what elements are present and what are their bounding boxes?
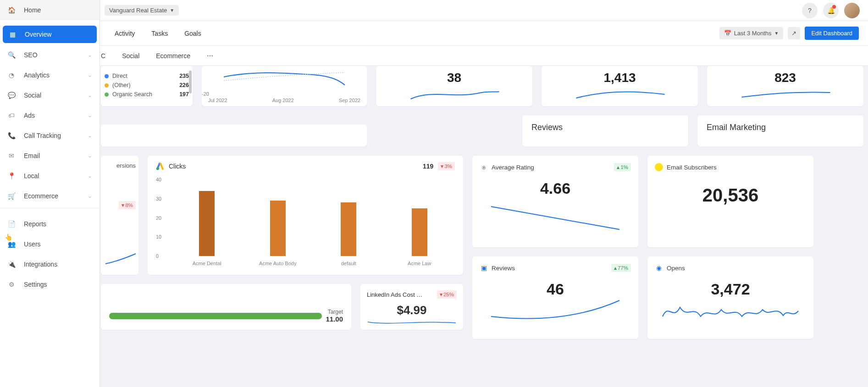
- sidebar-item-ads[interactable]: 🏷 Ads ⌄: [0, 105, 100, 125]
- linkedin-cost-card: LinkedIn Ads Cost Per Co... ▾ 25% $4.99: [360, 284, 463, 330]
- legend-value: 197: [179, 91, 189, 98]
- legend-item: Organic Search 197: [105, 90, 189, 99]
- rating-sparkline: [480, 202, 631, 234]
- date-range-button[interactable]: 📅 Last 3 Months ▼: [719, 27, 784, 39]
- sidebar-item-local[interactable]: 📍 Local ⌄: [0, 166, 100, 186]
- email-section-header: Email Marketing: [697, 115, 863, 147]
- legend-item: Direct 235: [105, 71, 189, 81]
- sidebar-item-integrations[interactable]: 🔌 Integrations: [0, 254, 100, 274]
- x-tick: Sep 2022: [339, 98, 360, 103]
- tab-goals[interactable]: Goals: [184, 30, 201, 37]
- legend-item: (Other) 226: [105, 81, 189, 90]
- sidebar-label: Home: [24, 6, 41, 14]
- stat-card-2: 1,413: [542, 66, 698, 106]
- target-label: Target: [326, 309, 343, 315]
- tab-ecommerce[interactable]: Ecommerce: [156, 52, 190, 60]
- stat-sparkline: [714, 85, 856, 102]
- google-ads-icon: [156, 162, 164, 170]
- sidebar: 🏠 Home ▦ Overview 🔍 SEO ⌄ ◔ Analytics ⌄ …: [0, 0, 100, 348]
- sidebar-item-social[interactable]: 💬 Social ⌄: [0, 85, 100, 105]
- tab-activity[interactable]: Activity: [115, 30, 135, 37]
- help-button[interactable]: ?: [802, 3, 818, 18]
- tab-social[interactable]: Social: [122, 52, 139, 60]
- y-min-label: -20: [202, 91, 209, 97]
- x-tick: Jul 2022: [208, 98, 227, 103]
- tab-ppc-clipped[interactable]: C: [101, 52, 105, 60]
- legend-value: 235: [179, 73, 189, 79]
- sidebar-item-analytics[interactable]: ◔ Analytics ⌄: [0, 65, 100, 85]
- tab-tasks[interactable]: Tasks: [151, 30, 168, 37]
- sidebar-item-ecommerce[interactable]: 🛒 Ecommerce ⌄: [0, 186, 100, 206]
- sidebar-item-home[interactable]: 🏠 Home: [0, 0, 100, 20]
- card-title: Average Rating: [492, 164, 534, 171]
- search-icon: 🔍: [7, 51, 16, 59]
- legend-label: Direct: [112, 73, 127, 79]
- trend-sparkline: [208, 70, 360, 88]
- grid-icon: ▦: [8, 31, 17, 38]
- avatar[interactable]: [844, 3, 860, 18]
- sidebar-item-reports[interactable]: 📄 Reports: [0, 214, 100, 234]
- share-button[interactable]: ↗: [788, 27, 800, 39]
- rating-value: 4.66: [480, 180, 631, 197]
- sidebar-item-overview[interactable]: ▦ Overview: [3, 26, 97, 43]
- plug-icon: 🔌: [7, 261, 16, 268]
- linkedin-cost-value: $4.99: [367, 303, 457, 317]
- file-icon: 📄: [7, 220, 16, 228]
- x-tick: Acme Dental: [171, 261, 243, 266]
- conversions-card-partial: ersions ▾ 8%: [101, 156, 138, 275]
- phone-icon: 📞: [7, 132, 16, 139]
- bar: [412, 208, 427, 256]
- help-icon: ?: [808, 7, 812, 14]
- card-title: Opens: [667, 265, 685, 272]
- sidebar-item-settings[interactable]: ⚙ Settings: [0, 274, 100, 294]
- target-progress-bar: [109, 313, 322, 319]
- sidebar-item-calltracking[interactable]: 📞 Call Tracking ⌄: [0, 125, 100, 146]
- sidebar-item-users[interactable]: 👥 Users: [0, 234, 100, 254]
- reviews-icon: ▣: [480, 264, 488, 272]
- pin-icon: 📍: [7, 172, 16, 180]
- stat-value: 1,413: [603, 71, 636, 85]
- home-icon: 🏠: [7, 6, 16, 14]
- sidebar-label: Call Tracking: [24, 132, 61, 139]
- average-rating-card: ⍟ Average Rating ▴ 1% 4.66: [472, 156, 638, 247]
- sidebar-label: Settings: [24, 281, 47, 288]
- change-badge-down: ▾ 25%: [437, 290, 457, 299]
- change-badge-down: ▾ 8%: [119, 201, 136, 209]
- caret-down-icon: ▼: [170, 8, 174, 13]
- section-title: Email Marketing: [707, 123, 766, 132]
- divider: [0, 208, 100, 208]
- sidebar-label: Ads: [24, 112, 35, 119]
- opens-card: ◉ Opens 3,472: [647, 256, 813, 339]
- dashboard-content: Direct 235 (Other) 226 Organic Search 19…: [96, 66, 868, 348]
- calendar-icon: 📅: [724, 30, 731, 37]
- clicks-bar-chart-card: Clicks 119 ▾ 3% 010203040Acme DentalAcme…: [148, 156, 463, 275]
- stat-sparkline: [549, 85, 691, 102]
- chevron-down-icon: ⌄: [88, 132, 92, 139]
- client-selector[interactable]: Vanguard Real Estate ▼: [105, 5, 179, 16]
- stat-sparkline: [383, 85, 525, 102]
- stat-value: 823: [774, 71, 796, 85]
- cart-icon: 🛒: [7, 192, 16, 200]
- sidebar-label: Reports: [24, 220, 46, 228]
- users-icon: 👥: [7, 240, 16, 248]
- edit-dashboard-button[interactable]: Edit Dashboard: [805, 27, 859, 40]
- conversions-label-clipped: ersions: [101, 162, 136, 169]
- rating-icon: ⍟: [480, 163, 488, 171]
- topbar: Vanguard Real Estate ▼ ? 🔔: [0, 0, 868, 21]
- notifications-button[interactable]: 🔔: [823, 3, 839, 18]
- subscribers-value: 20,536: [655, 185, 806, 206]
- sidebar-label: SEO: [24, 51, 38, 59]
- y-tick: 10: [156, 234, 161, 240]
- reviews-value: 46: [480, 280, 631, 298]
- opens-sparkline: [655, 298, 806, 326]
- y-tick: 20: [156, 215, 161, 221]
- bar: [199, 191, 215, 256]
- more-tabs-button[interactable]: ⋯: [207, 52, 213, 60]
- x-tick: Acme Law: [384, 261, 455, 266]
- bar: [270, 201, 286, 256]
- traffic-legend-card: Direct 235 (Other) 226 Organic Search 19…: [101, 66, 193, 106]
- sidebar-item-seo[interactable]: 🔍 SEO ⌄: [0, 45, 100, 65]
- legend-scrollbar[interactable]: [189, 71, 192, 93]
- sidebar-item-email[interactable]: ✉ Email ⌄: [0, 146, 100, 166]
- caret-down-icon: ▼: [774, 31, 779, 36]
